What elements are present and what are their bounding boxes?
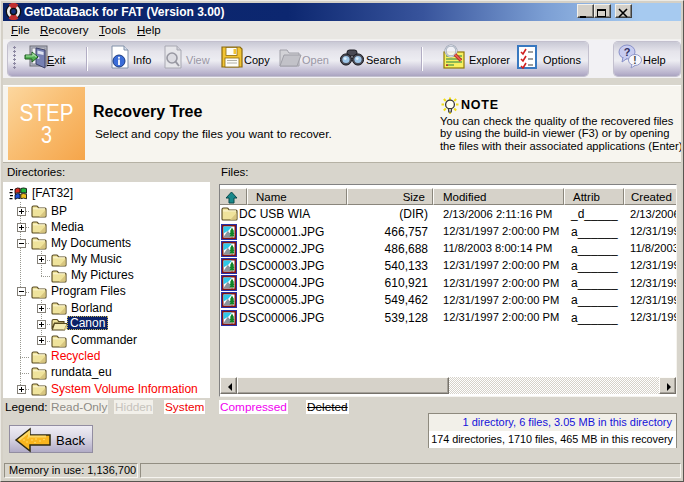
svg-text:!: ! (633, 55, 636, 66)
